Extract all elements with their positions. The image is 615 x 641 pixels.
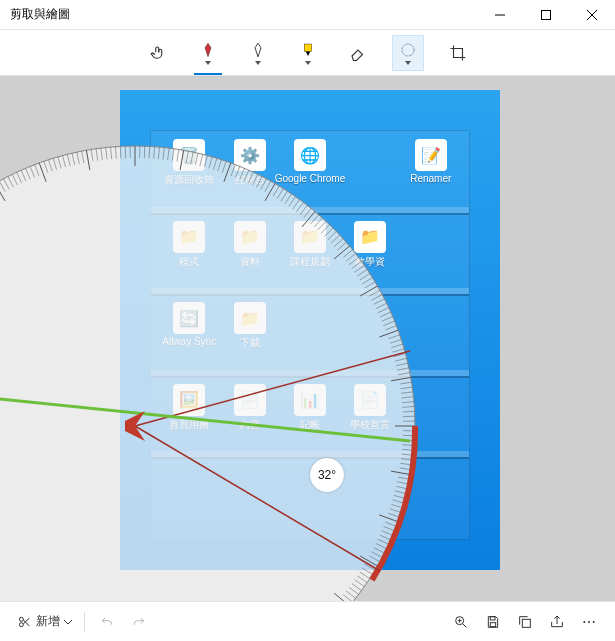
chevron-down-icon [405,61,411,65]
canvas-area[interactable]: 🗑️資源回收筒⚙️控制台🌐Google Chrome📝Renamer📁程式📁資料… [0,76,615,601]
maximize-button[interactable] [523,0,569,30]
svg-line-260 [48,160,52,171]
svg-line-41 [360,572,370,579]
svg-line-261 [53,158,57,169]
svg-line-42 [357,576,367,583]
icon-row: 🖼️首頁用圖📄內容📊記帳📄學校宣言 [151,384,469,432]
svg-line-46 [346,591,355,598]
svg-line-252 [12,174,17,185]
svg-rect-378 [490,622,495,626]
svg-line-263 [63,156,66,168]
toolbar [0,30,615,76]
new-snip-label: 新增 [36,613,60,630]
svg-line-274 [115,147,116,159]
desktop-icon: 📁教學資 [342,221,398,269]
svg-line-266 [77,152,79,164]
svg-line-262 [58,157,61,169]
screenshot-content: 🗑️資源回收筒⚙️控制台🌐Google Chrome📝Renamer📁程式📁資料… [120,90,500,570]
titlebar: 剪取與繪圖 [0,0,615,30]
save-button[interactable] [477,606,509,638]
svg-line-44 [352,584,362,591]
svg-line-256 [30,166,34,177]
icon-row: 🗑️資源回收筒⚙️控制台🌐Google Chrome📝Renamer [151,139,469,187]
desktop-icon: ⚙️控制台 [222,139,278,187]
svg-line-270 [96,149,98,161]
svg-line-272 [106,148,107,160]
chevron-down-icon [205,61,211,65]
svg-line-45 [349,587,359,594]
zoom-button[interactable] [445,606,477,638]
svg-line-258 [39,163,46,182]
ruler-protractor-button[interactable] [392,35,424,71]
svg-line-271 [101,148,102,160]
desktop-icon: 📄內容 [222,384,278,432]
svg-line-273 [111,147,112,159]
chevron-down-icon [305,61,311,65]
new-snip-button[interactable]: 新增 [10,606,78,638]
svg-line-248 [0,184,5,201]
desktop-icon: 📁程式 [161,221,217,269]
svg-line-265 [72,153,75,165]
icon-row: 🔄Allway Sync📁下載 [151,302,469,350]
minimize-button[interactable] [477,0,523,30]
ballpoint-pen-button[interactable] [192,35,224,71]
svg-line-254 [21,170,26,181]
desktop-icon: 📁資料 [222,221,278,269]
svg-line-255 [26,168,31,179]
svg-line-43 [355,580,365,587]
svg-point-371 [19,622,23,626]
chevron-down-icon [255,61,261,65]
svg-point-381 [588,621,590,623]
more-button[interactable] [573,606,605,638]
copy-button[interactable] [509,606,541,638]
svg-rect-4 [304,44,312,52]
share-button[interactable] [541,606,573,638]
svg-line-374 [463,624,466,627]
desktop-icon: 🌐Google Chrome [282,139,338,187]
svg-point-382 [593,621,595,623]
svg-line-269 [91,149,93,161]
svg-point-380 [583,621,585,623]
svg-line-268 [86,150,89,170]
desktop-icon: 📁課程規劃 [282,221,338,269]
desktop-icon: 📝Renamer [403,139,459,187]
desktop-icon: 📁下載 [222,302,278,350]
desktop-icon: 🗑️資源回收筒 [161,139,217,187]
bottom-toolbar: 新增 [0,601,615,641]
svg-rect-1 [542,10,551,19]
protractor-angle-readout: 32° [310,458,344,492]
window-buttons [477,0,615,30]
crop-button[interactable] [442,35,474,71]
eraser-button[interactable] [342,35,374,71]
undo-button[interactable] [91,606,123,638]
icon-row: 📁程式📁資料📁課程規劃📁教學資 [151,221,469,269]
svg-line-48 [334,593,349,601]
highlighter-button[interactable] [292,35,324,71]
redo-button[interactable] [123,606,155,638]
svg-line-251 [8,177,13,188]
svg-line-249 [0,181,5,191]
close-button[interactable] [569,0,615,30]
svg-line-267 [82,151,84,163]
window-title: 剪取與繪圖 [0,6,70,23]
svg-line-250 [4,179,10,190]
svg-point-5 [402,44,414,56]
pencil-button[interactable] [242,35,274,71]
desktop-icon: 📄學校宣言 [342,384,398,432]
desktop-icon: 🖼️首頁用圖 [161,384,217,432]
svg-line-264 [67,154,70,166]
svg-point-372 [19,617,23,621]
divider [84,612,85,632]
svg-rect-379 [522,619,530,627]
desktop-icon: 📊記帳 [282,384,338,432]
svg-line-259 [44,161,48,172]
desktop-icon: 🔄Allway Sync [161,302,217,350]
touch-tool-button[interactable] [142,35,174,71]
svg-line-257 [35,165,39,176]
svg-rect-377 [490,616,495,619]
svg-line-253 [17,172,22,183]
